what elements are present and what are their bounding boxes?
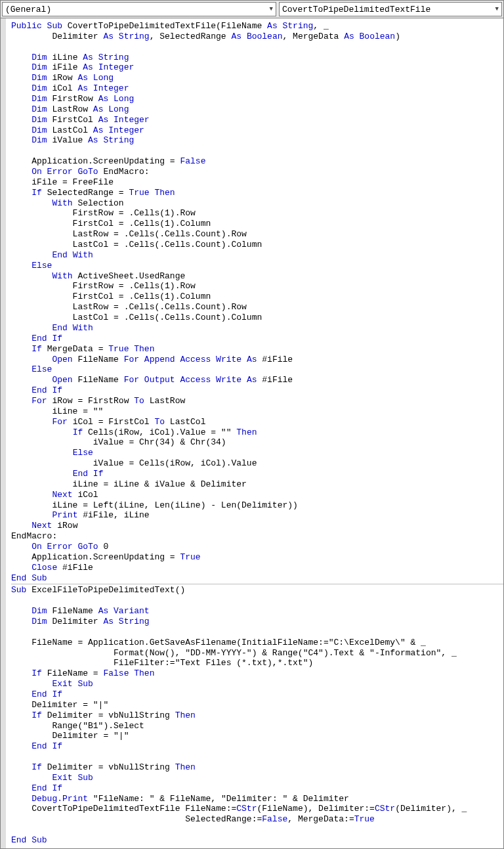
chevron-down-icon: ▼ <box>495 6 499 12</box>
code-line[interactable]: Open FileName For Append Access Write As… <box>11 355 503 365</box>
code-line[interactable]: CovertToPipeDelimitedTextFile FileName:=… <box>11 804 503 814</box>
object-dropdown[interactable]: (General) ▼ <box>2 2 276 16</box>
code-line[interactable]: End Sub <box>11 835 503 846</box>
code-line[interactable]: If SelectedRange = True Then <box>11 188 503 198</box>
code-line[interactable]: End If <box>11 783 503 794</box>
code-line[interactable]: If FileName = False Then <box>11 668 503 679</box>
code-line[interactable]: Open FileName For Output Access Write As… <box>11 375 503 385</box>
code-line[interactable]: FirstRow = .Cells(1).Row <box>11 208 503 219</box>
code-line[interactable]: Sub ExcelFileToPipeDelimitedText() <box>11 585 503 596</box>
code-line[interactable]: For iCol = FirstCol To LastCol <box>11 417 503 427</box>
code-line[interactable]: SelectedRange:=False, MergeData:=True <box>11 814 503 825</box>
code-line[interactable]: Dim FirstRow As Long <box>11 94 503 104</box>
code-line[interactable] <box>11 752 503 762</box>
code-line[interactable]: iFile = FreeFile <box>11 177 503 188</box>
code-line[interactable]: Dim iFile As Integer <box>11 62 503 73</box>
code-line[interactable]: End With <box>11 250 503 261</box>
code-line[interactable]: Else <box>11 261 503 271</box>
code-line[interactable]: Dim Delimiter As String <box>11 617 503 627</box>
code-line[interactable]: Next iRow <box>11 521 503 531</box>
code-line[interactable]: End If <box>11 334 503 344</box>
code-line[interactable]: End If <box>11 385 503 396</box>
code-line[interactable]: Dim FileName As Variant <box>11 606 503 617</box>
code-line[interactable] <box>11 825 503 835</box>
chevron-down-icon: ▼ <box>270 6 273 12</box>
code-line[interactable]: Dim LastRow As Long <box>11 104 503 115</box>
code-line[interactable]: FileFilter:="Text Files (*.txt),*.txt") <box>11 658 503 668</box>
code-line[interactable]: If MergeData = True Then <box>11 344 503 355</box>
code-line[interactable] <box>11 627 503 638</box>
code-line[interactable]: End If <box>11 741 503 752</box>
code-line[interactable]: FileName = Application.GetSaveAsFilename… <box>11 638 503 648</box>
code-line[interactable]: Delimiter As String, SelectedRange As Bo… <box>11 32 503 42</box>
code-line[interactable]: Close #iFile <box>11 563 503 573</box>
code-line[interactable]: Else <box>11 364 503 375</box>
code-line[interactable]: FirstRow = .Cells(1).Row <box>11 281 503 292</box>
object-dropdown-label: (General) <box>5 5 51 14</box>
code-line[interactable]: iLine = iLine & iValue & Delimiter <box>11 479 503 490</box>
procedure-dropdown[interactable]: CovertToPipeDelimitedTextFile ▼ <box>279 2 502 16</box>
code-line[interactable]: FirstCol = .Cells(1).Column <box>11 219 503 229</box>
code-line[interactable]: LastCol = .Cells(.Cells.Count).Column <box>11 240 503 250</box>
code-line[interactable]: Dim iLine As String <box>11 53 503 63</box>
code-line[interactable]: FirstCol = .Cells(1).Column <box>11 292 503 302</box>
code-line[interactable]: LastCol = .Cells(.Cells.Count).Column <box>11 313 503 323</box>
code-line[interactable]: Next iCol <box>11 490 503 500</box>
code-line[interactable]: iValue = Chr(34) & Chr(34) <box>11 437 503 448</box>
code-line[interactable]: LastRow = .Cells(.Cells.Count).Row <box>11 229 503 240</box>
code-line[interactable]: iLine = "" <box>11 406 503 417</box>
code-line[interactable]: Format(Now(), "DD-MM-YYYY-") & Range("C4… <box>11 648 503 659</box>
code-line[interactable]: Delimiter = "|" <box>11 700 503 710</box>
code-pane[interactable]: Public Sub CovertToPipeDelimitedTextFile… <box>1 18 503 848</box>
code-line[interactable]: Exit Sub <box>11 773 503 783</box>
code-line[interactable]: Dim LastCol As Integer <box>11 125 503 136</box>
code-line[interactable] <box>11 42 503 53</box>
code-line[interactable]: Dim iRow As Long <box>11 73 503 83</box>
code-line[interactable]: End If <box>11 689 503 700</box>
code-line[interactable]: Print #iFile, iLine <box>11 510 503 521</box>
toolbar: (General) ▼ CovertToPipeDelimitedTextFil… <box>1 1 503 18</box>
vba-editor-window: (General) ▼ CovertToPipeDelimitedTextFil… <box>0 0 504 849</box>
procedure-separator <box>11 584 503 584</box>
code-line[interactable]: Public Sub CovertToPipeDelimitedTextFile… <box>11 21 503 32</box>
code-line[interactable]: Dim iCol As Integer <box>11 83 503 94</box>
code-line[interactable]: On Error GoTo EndMacro: <box>11 167 503 177</box>
code-line[interactable]: Range("B1").Select <box>11 721 503 731</box>
code-line[interactable]: Application.ScreenUpdating = True <box>11 552 503 563</box>
code-line[interactable]: EndMacro: <box>11 531 503 542</box>
procedure-dropdown-label: CovertToPipeDelimitedTextFile <box>282 5 430 14</box>
code-line[interactable]: iValue = Cells(iRow, iCol).Value <box>11 458 503 469</box>
code-line[interactable] <box>11 146 503 156</box>
code-line[interactable]: iLine = Left(iLine, Len(iLine) - Len(Del… <box>11 500 503 511</box>
code-line[interactable]: End If <box>11 469 503 479</box>
code-line[interactable]: End Sub <box>11 573 503 584</box>
code-line[interactable]: Else <box>11 448 503 458</box>
code-line[interactable] <box>11 596 503 606</box>
code-line[interactable]: With Selection <box>11 198 503 209</box>
code-line[interactable]: For iRow = FirstRow To LastRow <box>11 396 503 406</box>
code-line[interactable]: Exit Sub <box>11 679 503 689</box>
code-line[interactable]: End With <box>11 323 503 334</box>
code-line[interactable]: If Delimiter = vbNullString Then <box>11 762 503 773</box>
code-line[interactable]: Dim iValue As String <box>11 135 503 146</box>
code-line[interactable]: If Cells(iRow, iCol).Value = "" Then <box>11 427 503 438</box>
code-line[interactable]: Delimiter = "|" <box>11 731 503 741</box>
code-line[interactable]: Application.ScreenUpdating = False <box>11 156 503 167</box>
code-line[interactable]: With ActiveSheet.UsedRange <box>11 271 503 282</box>
code-line[interactable]: On Error GoTo 0 <box>11 542 503 552</box>
code-line[interactable]: Dim FirstCol As Integer <box>11 115 503 125</box>
code-line[interactable]: Debug.Print "FileName: " & FileName, "De… <box>11 794 503 804</box>
code-line[interactable]: LastRow = .Cells(.Cells.Count).Row <box>11 302 503 313</box>
code-line[interactable]: If Delimiter = vbNullString Then <box>11 710 503 721</box>
